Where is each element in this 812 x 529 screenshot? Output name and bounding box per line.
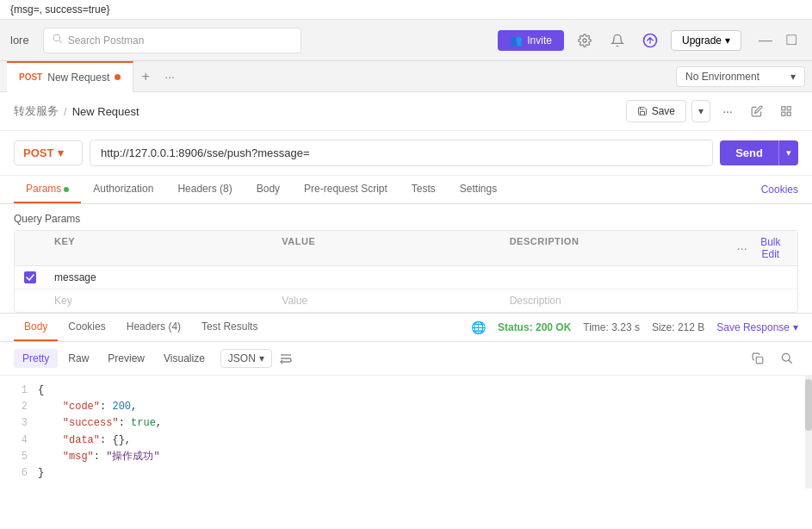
tabs-more-button[interactable]: ··· — [158, 66, 182, 87]
code-view[interactable]: 1 2 3 4 5 6 { "code": 200, "success": tr… — [0, 376, 805, 489]
wrap-lines-button[interactable] — [274, 350, 298, 367]
fmt-preview[interactable]: Preview — [99, 349, 153, 368]
env-chevron-icon: ▾ — [790, 71, 796, 83]
send-button[interactable]: Send — [720, 140, 778, 165]
send-group: Send ▾ — [720, 140, 798, 165]
res-tab-body[interactable]: Body — [14, 314, 58, 341]
svg-rect-5 — [787, 107, 790, 110]
breadcrumb-current: New Request — [72, 105, 139, 118]
tab-settings[interactable]: Settings — [448, 176, 509, 203]
fmt-pretty[interactable]: Pretty — [14, 349, 58, 368]
res-tab-headers[interactable]: Headers (4) — [116, 314, 191, 341]
sync-button[interactable] — [638, 28, 662, 53]
header-value: VALUE — [273, 231, 500, 265]
svg-line-1 — [59, 40, 62, 43]
method-label: POST — [23, 146, 53, 159]
app-name: lore — [10, 34, 29, 47]
header-checkbox-col — [15, 231, 46, 265]
tab-tests[interactable]: Tests — [400, 176, 448, 203]
tabs-bar: POST New Request + ··· No Environment ▾ — [0, 61, 812, 92]
query-params-label: Query Params — [14, 213, 798, 225]
tab-authorization[interactable]: Authorization — [81, 176, 165, 203]
url-input[interactable] — [90, 140, 713, 166]
tab-method-label: POST — [19, 72, 42, 82]
search-response-button[interactable] — [776, 347, 798, 370]
svg-rect-7 — [787, 112, 790, 115]
param-desc-cell[interactable] — [501, 272, 728, 283]
maximize-button[interactable]: ☐ — [781, 30, 802, 51]
code-content: { "code": 200, "success": true, "data": … — [38, 383, 791, 482]
new-tab-button[interactable]: + — [133, 65, 158, 89]
params-active-indicator — [64, 187, 69, 192]
code-line-4: "data": {}, — [38, 433, 791, 449]
window-controls: — ☐ — [755, 30, 802, 51]
send-dropdown-button[interactable]: ▾ — [778, 140, 798, 165]
empty-desc-placeholder: Description — [510, 295, 561, 307]
response-section: Body Cookies Headers (4) Test Results 🌐 … — [0, 313, 812, 489]
param-checkbox-cell[interactable] — [15, 266, 46, 289]
empty-checkbox-cell — [15, 296, 46, 306]
save-button[interactable]: Save — [626, 100, 686, 122]
environment-selector[interactable]: No Environment ▾ — [676, 66, 805, 87]
view-toggle-button[interactable] — [774, 99, 798, 123]
code-line-1: { — [38, 383, 791, 399]
more-options-button[interactable]: ··· — [716, 99, 740, 123]
invite-button[interactable]: 👥 Invite — [498, 30, 564, 51]
empty-value-cell[interactable]: Value — [273, 289, 500, 312]
param-row-actions — [728, 272, 797, 283]
settings-button[interactable] — [573, 28, 597, 53]
param-key-cell[interactable]: message — [46, 266, 273, 289]
bulk-edit-button[interactable]: Bulk Edit — [753, 236, 789, 260]
upgrade-label: Upgrade — [682, 34, 722, 47]
method-selector[interactable]: POST ▾ — [14, 140, 83, 165]
tab-unsaved-indicator — [115, 74, 121, 80]
param-value-cell[interactable] — [273, 272, 500, 283]
param-row: message — [15, 266, 797, 289]
res-tab-cookies[interactable]: Cookies — [58, 314, 115, 341]
copy-response-button[interactable] — [747, 347, 769, 370]
fmt-raw[interactable]: Raw — [59, 349, 97, 368]
format-label: JSON — [228, 352, 256, 364]
edit-button[interactable] — [745, 99, 769, 123]
upgrade-button[interactable]: Upgrade ▾ — [671, 30, 741, 51]
format-selector[interactable]: JSON ▾ — [220, 349, 272, 368]
params-more-button[interactable]: ··· — [737, 241, 747, 255]
svg-point-2 — [583, 39, 586, 42]
format-chevron-icon: ▾ — [259, 352, 264, 364]
breadcrumb-parent[interactable]: 转发服务 — [14, 103, 59, 119]
res-tab-test-results[interactable]: Test Results — [191, 314, 268, 341]
globe-icon: 🌐 — [471, 321, 486, 334]
breadcrumb-separator: / — [64, 105, 67, 118]
fmt-visualize[interactable]: Visualize — [155, 349, 214, 368]
tab-body[interactable]: Body — [245, 176, 292, 203]
svg-rect-6 — [782, 112, 785, 115]
param-checkbox[interactable] — [24, 271, 36, 283]
minimize-button[interactable]: — — [755, 30, 776, 51]
save-dropdown-button[interactable]: ▾ — [691, 100, 710, 122]
scrollbar-thumb[interactable] — [805, 379, 812, 431]
empty-key-cell[interactable]: Key — [46, 289, 273, 312]
param-empty-row: Key Value Description — [15, 289, 797, 312]
tab-params[interactable]: Params — [14, 176, 81, 203]
code-line-3: "success": true, — [38, 415, 791, 432]
scrollbar-track[interactable] — [805, 376, 812, 489]
param-key-value: message — [54, 271, 96, 283]
header-actions: ··· Bulk Edit — [728, 231, 797, 265]
invite-label: Invite — [527, 34, 552, 47]
empty-desc-cell[interactable]: Description — [501, 289, 728, 312]
title-bar: {msg=, success=true} — [0, 0, 812, 20]
search-bar[interactable]: Search Postman — [43, 28, 301, 53]
nav-right: 👥 Invite Upgrade ▾ — ☐ — [498, 28, 802, 53]
tab-pre-request[interactable]: Pre-request Script — [292, 176, 400, 203]
header-key: KEY — [46, 231, 273, 265]
code-line-6: } — [38, 465, 791, 482]
request-tabs: Params Authorization Headers (8) Body Pr… — [0, 176, 812, 204]
tab-headers[interactable]: Headers (8) — [165, 176, 244, 203]
svg-line-12 — [789, 360, 791, 363]
active-tab[interactable]: POST New Request — [7, 61, 133, 92]
cookies-link[interactable]: Cookies — [761, 184, 798, 196]
invite-icon: 👥 — [510, 34, 523, 47]
save-response-button[interactable]: Save Response ▾ — [716, 321, 798, 333]
notifications-button[interactable] — [605, 28, 629, 53]
empty-row-actions — [728, 296, 797, 306]
